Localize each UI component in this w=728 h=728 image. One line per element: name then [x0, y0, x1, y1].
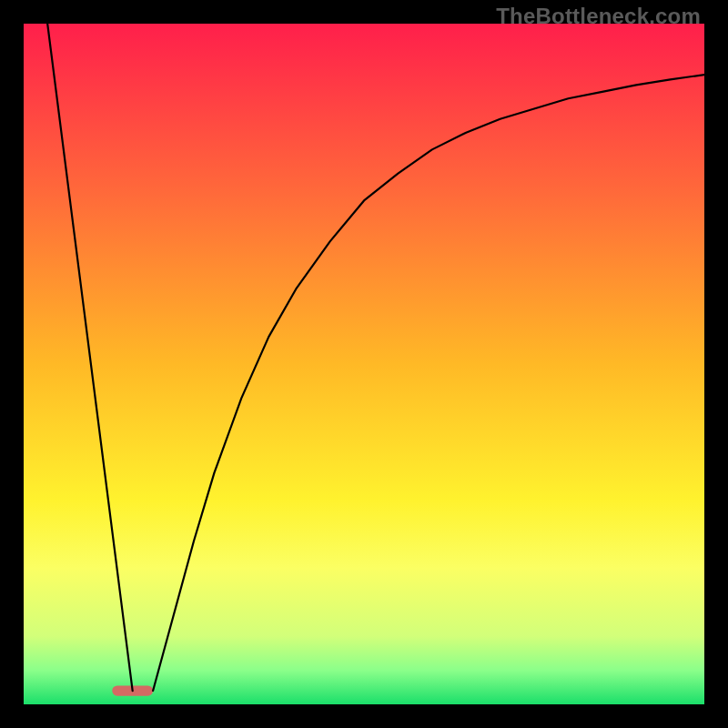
plot-area — [24, 24, 704, 704]
chart-svg — [24, 24, 704, 704]
gradient-background — [24, 24, 704, 704]
watermark-text: TheBottleneck.com — [496, 4, 701, 29]
chart-frame: TheBottleneck.com — [0, 0, 728, 728]
